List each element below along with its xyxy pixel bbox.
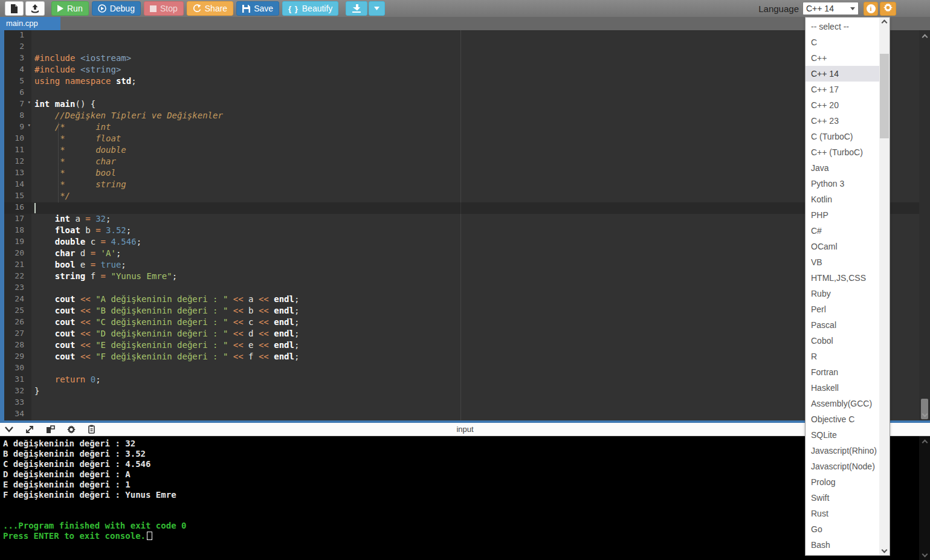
console-scroll-down-icon[interactable]	[919, 549, 930, 559]
code-text[interactable]: //Değişken Tipleri ve Değişkenler	[31, 111, 919, 122]
language-option[interactable]: Fortran	[806, 364, 879, 380]
language-option[interactable]: Rust	[806, 506, 879, 521]
editor-line[interactable]: 11 * double	[4, 145, 919, 156]
code-text[interactable]: float b = 3.52;	[31, 225, 919, 237]
line-number[interactable]: 22	[4, 271, 31, 283]
download-menu-button[interactable]	[369, 1, 385, 16]
code-text[interactable]: return 0;	[31, 375, 919, 386]
code-text[interactable]	[31, 397, 919, 409]
language-option[interactable]: Javascript(Rhino)	[806, 443, 879, 459]
line-number[interactable]: 8	[4, 111, 31, 122]
editor-line[interactable]: 17 int a = 32;	[4, 214, 919, 225]
code-text[interactable]	[31, 363, 919, 375]
run-button[interactable]: Run	[51, 1, 89, 16]
line-number[interactable]: 29	[4, 352, 31, 363]
editor-line[interactable]: 19 double c = 4.546;	[4, 237, 919, 248]
language-option[interactable]: Perl	[806, 301, 879, 317]
beautify-button[interactable]: { } Beautify	[282, 1, 338, 16]
paste-icon[interactable]	[88, 425, 95, 434]
code-text[interactable]: char d = 'A';	[31, 248, 919, 260]
editor-line[interactable]: 16	[4, 202, 919, 214]
line-number[interactable]: 1	[4, 30, 31, 42]
code-text[interactable]: cout << "A değişkeninin değeri : " << a …	[31, 294, 919, 306]
code-text[interactable]: bool e = true;	[31, 260, 919, 271]
editor-scrollbar[interactable]	[919, 30, 930, 420]
info-button[interactable]: i	[864, 2, 878, 16]
code-text[interactable]	[31, 202, 919, 214]
collapse-console-icon[interactable]	[5, 426, 13, 433]
editor-line[interactable]: 28 cout << "E değişkeninin değeri : " <<…	[4, 340, 919, 352]
language-option[interactable]: C++ 17	[806, 82, 879, 97]
tab-main-cpp[interactable]: main.cpp	[0, 17, 60, 30]
code-text[interactable]: int a = 32;	[31, 214, 919, 225]
open-in-window-icon[interactable]	[46, 425, 55, 434]
line-number[interactable]: 18	[4, 225, 31, 237]
line-number[interactable]: 26	[4, 317, 31, 329]
language-option[interactable]: PHP	[806, 207, 879, 223]
language-option[interactable]: C (TurboC)	[806, 129, 879, 144]
language-option[interactable]: OCaml	[806, 239, 879, 254]
scroll-up-icon[interactable]	[919, 31, 930, 42]
line-number[interactable]: 34	[4, 409, 31, 420]
code-editor[interactable]: 123#include <iostream>4#include <string>…	[0, 30, 919, 420]
line-number[interactable]: 10	[4, 134, 31, 145]
language-option[interactable]: Python 3	[806, 176, 879, 191]
resize-console-icon[interactable]	[25, 425, 34, 434]
save-button[interactable]: Save	[236, 1, 279, 16]
language-option[interactable]: VB	[806, 254, 879, 270]
editor-line[interactable]: 7▾int main() {	[4, 99, 919, 111]
language-option[interactable]: C++	[806, 50, 879, 66]
line-number[interactable]: 27	[4, 329, 31, 340]
code-text[interactable]: cout << "F değişkeninin değeri : " << f …	[31, 352, 919, 363]
code-text[interactable]: * bool	[31, 168, 919, 179]
code-text[interactable]: * float	[31, 134, 919, 145]
language-option[interactable]: C#	[806, 223, 879, 239]
upload-project-button[interactable]	[25, 1, 45, 16]
dropdown-scroll-up-icon[interactable]	[879, 18, 890, 28]
console-settings-icon[interactable]	[67, 425, 76, 434]
fold-icon[interactable]: ▾	[28, 99, 31, 105]
line-number[interactable]: 24	[4, 294, 31, 306]
line-number[interactable]: 11	[4, 145, 31, 156]
line-number[interactable]: 23	[4, 283, 31, 294]
code-text[interactable]: }	[31, 386, 919, 397]
new-file-button[interactable]	[5, 1, 24, 16]
language-option[interactable]: -- select --	[806, 19, 879, 34]
line-number[interactable]: 20	[4, 248, 31, 260]
language-option[interactable]: Go	[806, 521, 879, 537]
editor-line[interactable]: 31 return 0;	[4, 375, 919, 386]
line-number[interactable]: 21	[4, 260, 31, 271]
line-number[interactable]: 15	[4, 191, 31, 202]
dropdown-scrollbar[interactable]	[879, 18, 890, 555]
code-text[interactable]: * string	[31, 179, 919, 191]
line-number[interactable]: 25	[4, 306, 31, 317]
code-text[interactable]: string f = "Yunus Emre";	[31, 271, 919, 283]
line-number[interactable]: 9▾	[4, 122, 31, 134]
editor-line[interactable]: 24 cout << "A değişkeninin değeri : " <<…	[4, 294, 919, 306]
line-number[interactable]: 19	[4, 237, 31, 248]
editor-line[interactable]: 26 cout << "C değişkeninin değeri : " <<…	[4, 317, 919, 329]
line-number[interactable]: 3	[4, 53, 31, 65]
console-scrollbar[interactable]	[919, 436, 930, 560]
language-select[interactable]: C++ 14	[802, 2, 859, 15]
language-option[interactable]: Objective C	[806, 411, 879, 427]
dropdown-scrollbar-thumb[interactable]	[880, 54, 889, 138]
editor-line[interactable]: 34	[4, 409, 919, 420]
editor-line[interactable]: 12 * char	[4, 156, 919, 168]
language-option[interactable]: Bash	[806, 537, 879, 553]
dropdown-scroll-down-icon[interactable]	[879, 545, 890, 555]
editor-line[interactable]: 6	[4, 88, 919, 99]
language-option[interactable]: Javascript(Node)	[806, 459, 879, 474]
editor-line[interactable]: 30	[4, 363, 919, 375]
code-text[interactable]: #include <string>	[31, 65, 919, 76]
debug-button[interactable]: Debug	[92, 1, 141, 16]
editor-line[interactable]: 15 */	[4, 191, 919, 202]
language-option[interactable]: C++ (TurboC)	[806, 144, 879, 160]
editor-line[interactable]: 14 * string	[4, 179, 919, 191]
editor-line[interactable]: 13 * bool	[4, 168, 919, 179]
editor-line[interactable]: 29 cout << "F değişkeninin değeri : " <<…	[4, 352, 919, 363]
code-text[interactable]: cout << "D değişkeninin değeri : " << d …	[31, 329, 919, 340]
editor-line[interactable]: 2	[4, 42, 919, 53]
language-option[interactable]: Kotlin	[806, 191, 879, 207]
editor-line[interactable]: 8 //Değişken Tipleri ve Değişkenler	[4, 111, 919, 122]
